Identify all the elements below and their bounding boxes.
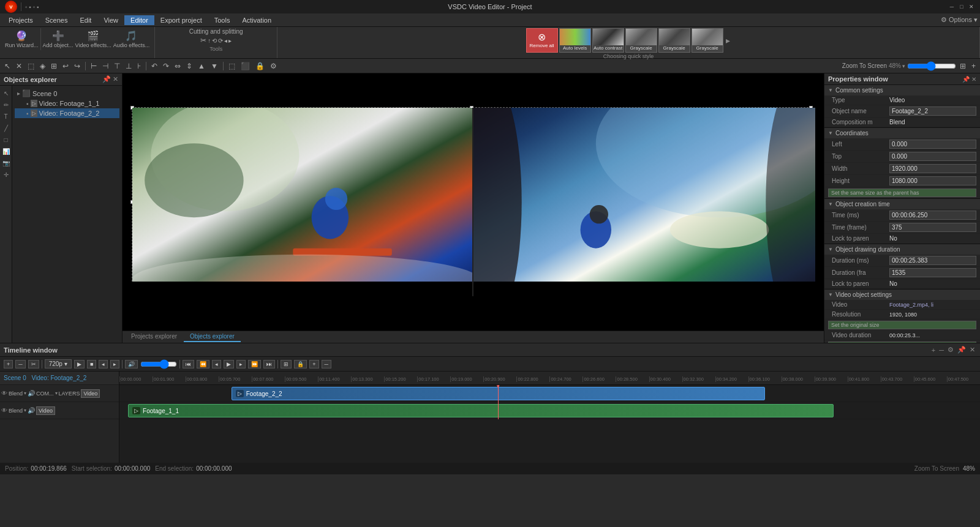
creation-time-header[interactable]: ▼ Object creation time (824, 199, 980, 209)
track-blend-arrow-0[interactable]: ▾ (24, 391, 26, 396)
maximize-btn[interactable]: □ (958, 3, 965, 10)
align-center-btn[interactable]: ⊣ (100, 61, 110, 71)
zoom-slider[interactable] (907, 64, 956, 69)
menu-projects[interactable]: Projects (2, 15, 39, 25)
tl-clip-btn[interactable]: ✂ (28, 360, 39, 368)
tl-settings-icon[interactable]: ⚙ (946, 345, 955, 355)
video-settings-header[interactable]: ▼ Video object settings (824, 290, 980, 300)
quick-style-grayscale-2[interactable]: Grayscale (658, 28, 690, 53)
prev-icon[interactable]: ◂ (224, 37, 227, 44)
align-top-btn[interactable]: ⊥ (124, 61, 134, 71)
tl-collapse-btn[interactable]: ─ (938, 345, 945, 355)
align-left-btn[interactable]: ⊢ (89, 61, 99, 71)
tab-projects-explorer[interactable]: Projects explorer (125, 332, 183, 342)
tl-add-btn[interactable]: + (4, 360, 13, 368)
pin-icon[interactable]: 📌 (102, 75, 111, 83)
draw-tool[interactable]: ✏ (1, 100, 11, 110)
tab-objects-explorer[interactable]: Objects explorer (184, 332, 241, 342)
rotate-left-btn[interactable]: ↶ (149, 61, 159, 71)
fps-selector[interactable]: 720p▾ (45, 359, 72, 368)
menu-export[interactable]: Export project (154, 15, 208, 25)
zoom-fit-btn[interactable]: ⊞ (958, 61, 968, 71)
tl-prev-btn[interactable]: ⏪ (197, 360, 209, 368)
menu-view[interactable]: View (97, 15, 124, 25)
scissors-icon[interactable]: ✂ (200, 36, 206, 45)
tree-scene-0[interactable]: ▸ ⬛ Scene 0 (15, 88, 119, 99)
arrow-icon[interactable]: ↑ (208, 37, 211, 44)
track-audio-1[interactable]: 🔊 (28, 407, 35, 414)
track-type-1[interactable]: Video (36, 406, 55, 415)
set-original-size-btn[interactable]: Set the original size (828, 321, 976, 329)
menu-editor[interactable]: Editor (124, 15, 154, 25)
clip-footage11[interactable]: ▷ Footage_1_1 (128, 404, 834, 417)
drawing-duration-header[interactable]: ▼ Object drawing duration (824, 244, 980, 255)
tl-zoom-in-btn[interactable]: + (309, 360, 318, 368)
tl-play2-btn[interactable]: ▶ (224, 360, 234, 368)
track-blend-0[interactable]: Blend (9, 391, 23, 397)
settings-btn[interactable]: ⚙ (268, 61, 279, 71)
group-btn[interactable]: ⬚ (227, 61, 237, 71)
track-type-0[interactable]: Video (81, 389, 100, 398)
close-properties-icon[interactable]: ✕ (971, 76, 976, 83)
line-tool[interactable]: ╱ (1, 123, 11, 133)
menu-activation[interactable]: Activation (236, 15, 277, 25)
video-effects-btn[interactable]: 🎬 Video effects... (75, 30, 111, 48)
rotate-right-btn[interactable]: ↷ (161, 61, 171, 71)
tl-end-btn[interactable]: ⏭ (263, 360, 275, 368)
set-same-size-btn[interactable]: Set the same size as the parent has (828, 189, 976, 197)
undo-btn[interactable]: ↩ (61, 61, 70, 71)
distribute-btn[interactable]: ⊦ (135, 61, 143, 71)
menu-tools[interactable]: Tools (208, 15, 236, 25)
tl-pin-icon[interactable]: 📌 (956, 345, 967, 355)
tl-close-icon[interactable]: ✕ (968, 345, 976, 355)
delete-btn[interactable]: ✕ (14, 61, 24, 71)
run-wizard-btn[interactable]: 🔮 Run Wizard... (5, 30, 39, 48)
tl-remove-btn[interactable]: ─ (15, 360, 25, 368)
zoom-in-btn[interactable]: + (970, 61, 978, 71)
camera-tool[interactable]: 📷 (1, 158, 11, 168)
select-btn[interactable]: ↖ (2, 61, 12, 71)
pin-properties-icon[interactable]: 📌 (962, 76, 970, 83)
options-btn[interactable]: ⚙ Options ▾ (941, 16, 978, 24)
quick-style-remove-all[interactable]: ⊗ Remove all (526, 28, 558, 53)
canvas-area[interactable]: Projects explorer Objects explorer (123, 73, 824, 343)
more-styles-btn[interactable]: ▸ (725, 36, 731, 45)
tl-prev-frame-btn[interactable]: ◂ (99, 360, 108, 368)
redo-icon[interactable]: ⟳ (218, 37, 223, 44)
track-mode-arrow-0[interactable]: ▾ (55, 391, 58, 396)
track-visibility-0[interactable]: 👁 (1, 390, 7, 397)
track-layers-0[interactable]: COM... (36, 391, 54, 397)
tl-next2-btn[interactable]: ⏩ (248, 360, 261, 368)
tl-fast-btn[interactable]: ▸ (236, 360, 246, 368)
flip-h-btn[interactable]: ⇔ (173, 61, 183, 71)
tl-expand-btn[interactable]: + (930, 345, 937, 355)
track-visibility-1[interactable]: 👁 (1, 407, 7, 414)
paste-btn[interactable]: ⊞ (49, 61, 59, 71)
tl-volume-btn[interactable]: 🔊 (125, 360, 138, 368)
chart-tool[interactable]: 📊 (1, 146, 11, 156)
tl-next-frame-btn[interactable]: ▸ (110, 360, 119, 368)
set-source-duration-btn[interactable]: Set the source duration (828, 342, 976, 343)
next-icon[interactable]: ▸ (228, 37, 232, 44)
track-audio-0[interactable]: 🔊 (28, 390, 35, 397)
quick-style-auto-contrast[interactable]: Auto contrast (592, 28, 624, 53)
timeline-tracks[interactable]: 00:00.000 00:01.900 00:03.800 00:05.700 … (119, 372, 980, 463)
tl-snap-btn[interactable]: ⊞ (281, 360, 292, 368)
tl-start-btn[interactable]: ⏮ (183, 360, 194, 368)
close-btn[interactable]: ✕ (968, 3, 975, 10)
cut-btn[interactable]: ⬚ (26, 61, 36, 71)
tl-lock-btn[interactable]: 🔒 (294, 360, 307, 368)
quick-style-grayscale-3[interactable]: Grayscale (692, 28, 723, 53)
order-up-btn[interactable]: ▲ (196, 61, 207, 71)
tl-stop-btn[interactable]: ■ (87, 360, 96, 368)
track-layers-label-0[interactable]: LAYERS (59, 391, 80, 397)
zoom-select[interactable]: 48% (889, 62, 901, 69)
lock-btn[interactable]: 🔒 (254, 61, 266, 71)
audio-effects-btn[interactable]: 🎵 Audio effects... (113, 30, 149, 48)
move-tool[interactable]: ✛ (1, 170, 11, 179)
common-settings-header[interactable]: ▼ Common settings (824, 85, 980, 95)
shape-tool[interactable]: □ (1, 135, 11, 144)
quick-style-grayscale-1[interactable]: Grayscale (625, 28, 657, 53)
menu-edit[interactable]: Edit (74, 15, 97, 25)
flip-v-btn[interactable]: ⇕ (184, 61, 194, 71)
